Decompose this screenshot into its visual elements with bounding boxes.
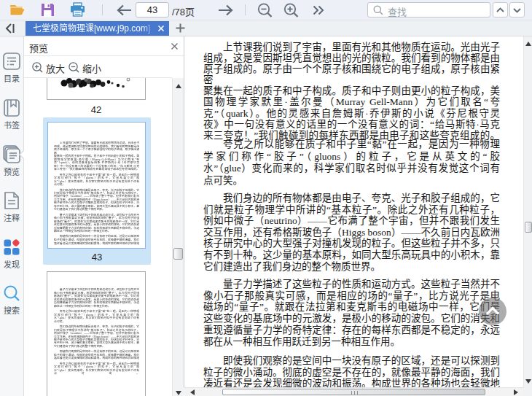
text-line: 凑近看还是会发现细微的波动和振荡。构成世界的各种场也会轻微地	[203, 378, 500, 387]
tab-document[interactable]: 七堂极简物理课[www.j9p.com]	[26, 21, 169, 36]
vertical-scrollbar[interactable]	[523, 36, 532, 387]
tab-close-icon[interactable]	[157, 25, 165, 32]
panel-close-icon[interactable]	[171, 42, 179, 50]
text-line: 它们建造出了我们身边的整个物质世界。	[54, 344, 139, 347]
text-line: 夜》中一句没有意义的话里的一个没有意义的词：“给马斯特·马克	[203, 119, 500, 130]
sidebar-item-annotate[interactable]: 注释	[0, 191, 23, 222]
next-page-button[interactable]	[217, 4, 234, 16]
scrollbar-grip	[354, 391, 355, 395]
thumb43-paragraph: 量子力学描述了这些粒子的性质和运动方式。这些粒子当然并不像小石子那般真实可感，而…	[54, 213, 139, 233]
prev-page-button[interactable]	[116, 4, 133, 16]
paragraph: 上节课我们说到了宇宙，里面有光和其他物质在运动。光由光子组成，这是爱因斯坦凭直觉…	[203, 42, 500, 141]
horizontal-scrollbar[interactable]	[184, 387, 523, 396]
paragraph: 即使我们观察的是空间中一块没有原子的区域，还是可以探测到粒子的微小涌动。彻底的虚…	[203, 355, 500, 387]
panel-title: 预览	[29, 41, 48, 55]
text-line: 水”（glue）变化而来的，科学家们取名时似乎并没有发觉这个词有	[203, 163, 500, 175]
find-next-button[interactable]	[509, 2, 525, 18]
sidebar-item-bookmark[interactable]: 书签	[0, 98, 23, 130]
thumb-zoom-in-label: 放大	[46, 61, 65, 75]
thumb-zoom-out-button[interactable]: 缩小	[69, 56, 103, 78]
text-line: 核子研究中心的大型强子对撞机发现的粒子。但这些粒子并不多，只	[203, 238, 500, 249]
text-line: 交互作用，还有希格斯玻色子（Higgs boson）——不久前日内瓦欧洲	[203, 227, 500, 238]
scroll-up-icon[interactable]	[525, 42, 531, 46]
chevron-up-icon	[485, 306, 500, 315]
text-line: 这些变化的基底场中的元激发，是极小的移动的波包。它们的消失和	[203, 313, 500, 325]
thumbnail-scrollbar[interactable]	[172, 78, 184, 396]
sidebar-item-search[interactable]: 搜索	[0, 284, 23, 315]
thumb43-paragraph: 我们身边的所有物体都是由电子、夸克、光子和胶子组成的，它们就是粒子物理学中所讲的…	[54, 188, 139, 211]
text-line: 水”（glue）变化而来的，科学家们取名时似乎并没有发觉这个词有	[54, 317, 139, 319]
scroll-right-icon[interactable]	[514, 389, 518, 395]
tab-title: 七堂极简物理课[www.j9p.com]	[33, 21, 157, 36]
zoom-in-icon[interactable]	[283, 2, 300, 19]
find-previous-button[interactable]	[493, 2, 508, 18]
text-line: 有不到十种。这少量的基本原料，如同大型乐高玩具中的小积木，靠	[203, 249, 500, 261]
search-input[interactable]: 查找	[367, 2, 490, 18]
back-to-top-button[interactable]	[479, 298, 506, 325]
text-line: 磁场的“量子”。就跟在法拉第和麦克斯韦的电磁场中一样，它们是	[203, 301, 500, 313]
search-placeholder: 查找	[388, 4, 407, 18]
sidebar-item-discover[interactable]: 发现	[0, 238, 23, 269]
page-total-label: /78页	[172, 4, 195, 18]
scrollbar-grip	[357, 391, 358, 395]
thumbnail-selected-43[interactable]: 上节课我们说到了宇宙，里面有光和其他物质在运动。光由光子组成，这是爱因斯坦凭直觉…	[43, 117, 151, 265]
search-icon	[373, 5, 383, 15]
paragraph: 夸克之所以能够在质子和中子里“黏”在一起，是因为一种物理学家们称作“胶子”（gl…	[203, 139, 500, 187]
text-line: 都在从一种相互作用跃迁到另一种相互作用。	[203, 336, 500, 348]
page-number-input[interactable]: 43	[136, 2, 169, 18]
text-line: 都在从一种相互作用跃迁到另一种相互作用。	[54, 230, 139, 233]
scroll-left-icon[interactable]	[190, 389, 195, 395]
active-panel-notch-inner	[20, 150, 26, 160]
text-line: 凑近看还是会发现细微的波动和振荡。构成世界的各种场也会轻微地	[54, 241, 139, 244]
thumbnail-page-43[interactable]: 上节课我们说到了宇宙，里面有光和其他物质在运动。光由光子组成，这是爱因斯坦凭直觉…	[47, 122, 146, 249]
sidebar-label-preview: 预览	[0, 168, 23, 176]
text-line: 上节课我们说到了宇宙，里面有光和其他物质在运动。光由光子	[203, 42, 500, 53]
toc-icon	[2, 52, 21, 71]
chevron-down-icon	[513, 8, 521, 13]
new-tab-button[interactable]	[176, 23, 185, 33]
thumb44-paragraph: 夸克之所以能够在质子和中子里“黏”在一起，是因为一种物理学家们称作“胶子”（gl…	[54, 310, 139, 323]
thumb-zoom-in-button[interactable]: 放大	[32, 56, 67, 78]
page-42-image	[60, 78, 132, 89]
sidebar-icon-bar: 目录 书签 预览 注释	[0, 36, 24, 396]
text-line: 夸克之所以能够在质子和中子里“黏”在一起，是因为一种物理	[203, 139, 500, 151]
document-page[interactable]: 上节课我们说到了宇宙，里面有光和其他物质在运动。光由光子组成，这是爱因斯坦凭直觉…	[184, 36, 523, 387]
text-line: 凑近看还是会发现细微的波动和振荡。构成世界的各种场也会轻微地	[54, 357, 139, 360]
vertical-scrollbar-thumb[interactable]	[525, 222, 532, 233]
text-line: 它们建造出了我们身边的整个物质世界。	[203, 261, 500, 273]
thumbnail-page-44[interactable]: 量子力学描述了这些粒子的性质和运动方式。这些粒子当然并不像小石子那般真实可感，而…	[47, 271, 146, 396]
thumb44-paragraph: 我们身边的所有物体都是由电子、夸克、光子和胶子组成的，它们就是粒子物理学中所讲的…	[54, 325, 139, 348]
open-file-icon[interactable]	[9, 3, 26, 17]
collapse-tabs-icon[interactable]	[4, 23, 15, 34]
text-line: 例如中微子（neutrino）——它布满了整个宇宙，但并不跟我们发生	[203, 215, 500, 227]
more-tools-icon[interactable]	[312, 5, 324, 15]
text-line: 点可笑。	[54, 319, 139, 322]
thumbnail-list: 42 上节课我们说到了宇宙，里面有光和其他物质在运动。光由光子组成，这是爱因斯坦…	[24, 78, 172, 396]
horizontal-scrollbar-thumb[interactable]	[222, 389, 485, 395]
text-line: 水”（glue）变化而来的，科学家们取名时似乎并没有发觉这个词有	[54, 179, 139, 182]
text-line: 聚集在一起的质子和中子构成。质子和中子则由更小的粒子构成，美	[203, 85, 500, 96]
sidebar-search-icon	[2, 284, 21, 303]
scroll-down-icon[interactable]	[525, 379, 531, 384]
text-line: 原子组成的。原子由一个个原子核和围绕它的电子组成，原子核由紧密	[203, 63, 500, 85]
sidebar-label-annotate: 注释	[0, 214, 23, 222]
zoom-out-icon[interactable]	[257, 2, 274, 19]
text-line: 组成，这是爱因斯坦凭直觉想出的光的微粒。我们看到的物体都是由	[203, 53, 500, 63]
text-line: 们就是粒子物理学中所讲的“基本粒子”。除此之外还有几种粒子，	[203, 204, 500, 216]
sidebar-label-toc: 目录	[0, 74, 23, 83]
sidebar-item-toc[interactable]: 目录	[0, 52, 23, 83]
save-icon[interactable]	[41, 3, 55, 17]
thumb43-paragraph: 夸克之所以能够在质子和中子里“黏”在一起，是因为一种物理学家们称作“胶子”（gl…	[54, 173, 139, 186]
magnify-minus-icon	[69, 62, 79, 73]
thumbnail-scroll-down-icon[interactable]	[176, 391, 181, 395]
preview-panel-header: 预览	[24, 36, 184, 56]
thumbnail-scrollbar-thumb[interactable]	[173, 248, 183, 260]
print-icon[interactable]	[70, 2, 85, 17]
text-line: 我们身边的所有物体都是由电子、夸克、光子和胶子组成的，它	[203, 193, 500, 204]
thumbnail-scroll-up-icon[interactable]	[176, 84, 181, 88]
text-line: 国物理学家默里·盖尔曼（Murray Gell-Mann）为它们取名“夸	[203, 96, 500, 107]
thumb43-paragraph: 即使我们观察的是空间中一块没有原子的区域，还是可以探测到粒子的微小涌动。彻底的虚…	[54, 235, 139, 244]
scrollbar-grip	[351, 391, 352, 395]
thumbnail-page-42[interactable]	[47, 78, 146, 100]
text-line: 学家们称作“胶子”（gluons）的粒子，它是从英文的“胶	[203, 151, 500, 163]
